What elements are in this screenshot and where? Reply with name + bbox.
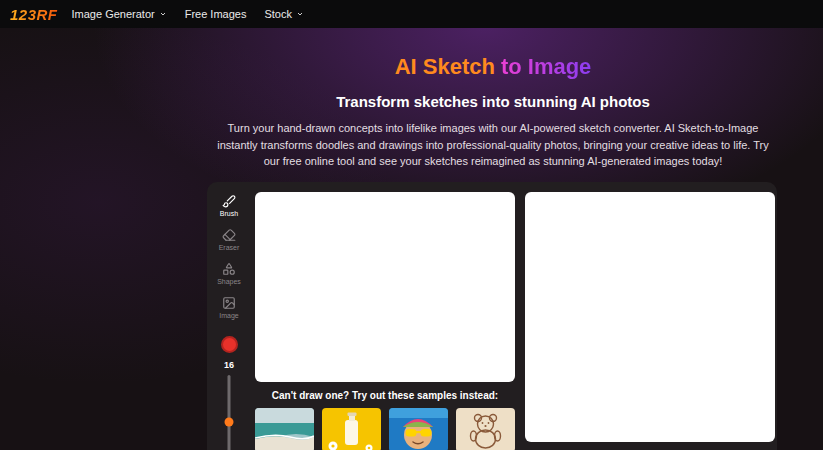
page-title-accent: AI Sketch xyxy=(395,54,495,79)
tool-brush[interactable]: Brush xyxy=(220,194,238,217)
sample-teddy-bear[interactable] xyxy=(456,408,515,450)
nav-free-images[interactable]: Free Images xyxy=(185,8,247,20)
shapes-icon xyxy=(222,262,236,276)
chevron-down-icon xyxy=(159,10,167,18)
nav-image-generator-label: Image Generator xyxy=(72,8,155,20)
sketch-canvas[interactable] xyxy=(255,192,515,382)
slider-knob[interactable] xyxy=(225,418,234,427)
sketch-editor-card: Brush Eraser Shapes Image 16 xyxy=(207,182,777,450)
nav-free-images-label: Free Images xyxy=(185,8,247,20)
page-subtitle: Transform sketches into stunning AI phot… xyxy=(207,93,779,110)
nav-image-generator[interactable]: Image Generator xyxy=(72,8,167,20)
chevron-down-icon xyxy=(296,10,304,18)
logo-123rf[interactable]: 123RF xyxy=(10,6,58,23)
sketch-column: Can't draw one? Try out these samples in… xyxy=(255,192,515,450)
page-title-gradient: to Image xyxy=(501,54,591,79)
tool-image-label: Image xyxy=(219,312,238,319)
teddy-bear-thumbnail xyxy=(456,408,515,450)
eraser-icon xyxy=(222,228,236,242)
samples-prompt: Can't draw one? Try out these samples in… xyxy=(255,390,515,401)
top-navbar: 123RF Image Generator Free Images Stock xyxy=(0,0,823,28)
slider-track xyxy=(228,375,231,450)
yellow-bottle-thumbnail xyxy=(322,408,381,450)
image-icon xyxy=(222,296,236,310)
brush-color-swatch[interactable] xyxy=(221,336,238,353)
brush-size-value: 16 xyxy=(224,360,234,370)
tool-brush-label: Brush xyxy=(220,210,238,217)
sample-thumbnails xyxy=(255,408,515,450)
page-description: Turn your hand-drawn concepts into lifel… xyxy=(213,120,773,170)
tool-eraser-label: Eraser xyxy=(219,244,240,251)
nav-stock[interactable]: Stock xyxy=(264,8,304,20)
tool-shapes[interactable]: Shapes xyxy=(217,262,241,285)
brush-size-slider[interactable] xyxy=(222,375,236,450)
brush-icon xyxy=(222,194,236,208)
page-title: AI Sketchto Image xyxy=(207,54,779,80)
kid-sunglasses-thumbnail xyxy=(389,408,448,450)
sample-yellow-bottle[interactable] xyxy=(322,408,381,450)
main-content: AI Sketchto Image Transform sketches int… xyxy=(207,54,779,450)
nav-stock-label: Stock xyxy=(264,8,292,20)
result-column xyxy=(525,192,775,450)
tool-eraser[interactable]: Eraser xyxy=(219,228,240,251)
sample-beach-waves[interactable] xyxy=(255,408,314,450)
tool-shapes-label: Shapes xyxy=(217,278,241,285)
sample-kid-sunglasses[interactable] xyxy=(389,408,448,450)
beach-waves-thumbnail xyxy=(255,408,314,450)
editor-toolbar: Brush Eraser Shapes Image 16 xyxy=(211,192,247,450)
tool-image[interactable]: Image xyxy=(219,296,238,319)
result-canvas xyxy=(525,192,775,442)
